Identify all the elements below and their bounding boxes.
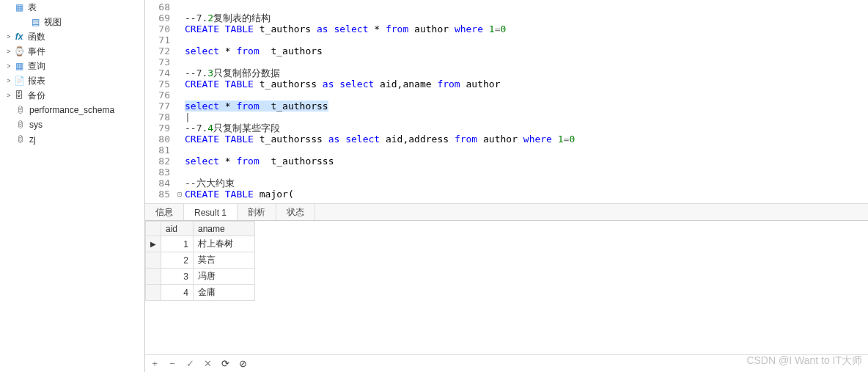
tree-item-label: 事件 [28,45,45,58]
tree-item-label: 表 [28,1,37,14]
tree-item[interactable]: >📄报表 [0,73,144,88]
function-icon: fx [13,31,25,43]
tree-item-label: zj [29,134,36,145]
expander-icon[interactable]: > [4,92,13,99]
tree-item-label: sys [29,120,43,130]
table-row[interactable]: ▶1村上春树 [146,236,255,252]
tree-item[interactable]: >fx函数 [0,29,144,44]
database-icon: 🛢 [15,104,26,116]
tree-item-label: 查询 [28,60,45,73]
table-row[interactable]: 4金庸 [146,285,255,301]
tree-item[interactable]: >🗄备份 [0,88,144,103]
expander-icon[interactable]: > [4,62,13,70]
sql-editor[interactable]: 686970717273747576777879808182838485 ⊟ -… [145,0,868,203]
column-header[interactable]: aid [161,222,194,236]
expander-icon[interactable]: > [4,33,13,40]
expander-icon[interactable]: > [4,77,13,84]
tree-item-label: performance_schema [29,105,114,115]
table-row[interactable]: 3冯唐 [146,269,255,285]
database-icon: 🛢 [15,119,26,131]
stop-button[interactable]: ⊘ [238,358,248,369]
tree-item[interactable]: 🛢performance_schema [0,103,144,117]
result-grid[interactable]: aidaname▶1村上春树2莫言3冯唐4金庸 [145,221,255,301]
tab-信息[interactable]: 信息 [145,204,184,220]
report-icon: 📄 [13,75,25,87]
line-number-gutter: 686970717273747576777879808182838485 [145,0,174,203]
tree-item-label: 视图 [44,16,62,29]
tree-item-label: 备份 [28,90,45,102]
tab-result-1[interactable]: Result 1 [184,204,238,220]
main-panel: 686970717273747576777879808182838485 ⊟ -… [145,0,868,372]
add-row-button[interactable]: + [150,358,160,369]
result-panel: aidaname▶1村上春树2莫言3冯唐4金庸 + − ✓ ✕ ⟳ ⊘ [145,221,868,372]
event-icon: ⌚ [13,45,25,57]
tab-剖析[interactable]: 剖析 [238,204,276,220]
fold-column[interactable]: ⊟ [174,0,185,203]
cancel-button[interactable]: ✕ [202,358,213,369]
database-icon: 🛢 [15,134,26,145]
backup-icon: 🗄 [13,90,25,101]
expander-icon[interactable]: > [4,48,13,55]
tree-item[interactable]: ▤视图 [0,15,144,29]
tree-item[interactable]: >⌚事件 [0,44,144,59]
query-icon: ▦ [13,60,25,72]
tab-状态[interactable]: 状态 [276,204,315,220]
tree-item[interactable]: ▦表 [0,0,144,15]
code-area[interactable]: --7.2复制表的结构CREATE TABLE t_authors as sel… [185,0,868,203]
table-icon: ▦ [13,1,25,13]
tree-item-label: 报表 [28,75,45,87]
tree-item[interactable]: 🛢zj [0,132,144,147]
apply-button[interactable]: ✓ [185,358,195,369]
column-header[interactable]: aname [194,222,255,236]
view-icon: ▤ [29,16,41,28]
db-tree-sidebar[interactable]: ▦表▤视图>fx函数>⌚事件>▦查询>📄报表>🗄备份🛢performance_s… [0,0,145,372]
tree-item[interactable]: 🛢sys [0,117,144,132]
tree-item-label: 函数 [28,31,45,43]
result-tabs[interactable]: 信息Result 1剖析状态 [145,203,868,221]
result-toolbar: + − ✓ ✕ ⟳ ⊘ [145,354,868,372]
remove-row-button[interactable]: − [167,358,177,369]
table-row[interactable]: 2莫言 [146,252,255,269]
refresh-button[interactable]: ⟳ [220,358,230,369]
tree-item[interactable]: >▦查询 [0,59,144,73]
